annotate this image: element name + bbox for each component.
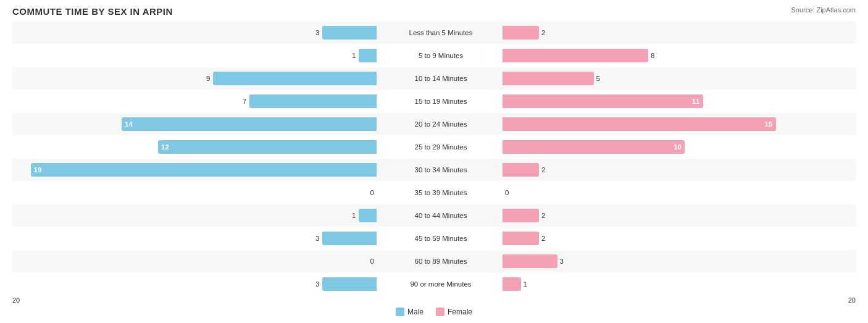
- axis-right-label: 20: [848, 296, 856, 304]
- table-row: 15 to 9 Minutes8: [12, 44, 856, 67]
- table-row: 715 to 19 Minutes11: [12, 90, 856, 112]
- female-bar-value: 11: [692, 98, 700, 105]
- row-label: 45 to 59 Minutes: [379, 235, 503, 242]
- female-bar: [503, 254, 557, 268]
- female-bar: 10: [503, 140, 685, 154]
- row-label: 40 to 44 Minutes: [379, 212, 503, 219]
- axis-left-label: 20: [12, 296, 20, 304]
- female-bar: [503, 277, 521, 291]
- male-bar: [213, 72, 377, 85]
- legend-female-label: Female: [448, 308, 472, 316]
- male-bar-value: 1: [352, 52, 356, 59]
- row-label: Less than 5 Minutes: [379, 29, 503, 36]
- female-bar: [503, 49, 648, 62]
- female-bar: 15: [503, 117, 776, 131]
- female-bar-value: 2: [541, 29, 545, 36]
- female-bar: [503, 72, 594, 85]
- male-bar: [322, 277, 377, 291]
- table-row: 910 to 14 Minutes5: [12, 67, 856, 90]
- female-bar: [503, 209, 539, 222]
- chart-area: 3Less than 5 Minutes215 to 9 Minutes8910…: [12, 22, 856, 295]
- chart-title: COMMUTE TIME BY SEX IN ARPIN: [12, 6, 856, 17]
- female-bar: [503, 163, 539, 177]
- male-bar: [322, 26, 377, 40]
- male-bar-value: 12: [161, 143, 169, 151]
- male-bar-value: 3: [315, 235, 319, 242]
- male-bar-value: 7: [243, 98, 246, 105]
- table-row: 345 to 59 Minutes2: [12, 227, 856, 250]
- female-bar-value: 2: [541, 166, 545, 174]
- male-bar: [249, 94, 377, 108]
- female-bar-value: 0: [505, 189, 509, 196]
- row-label: 25 to 29 Minutes: [379, 143, 503, 151]
- source-label: Source: ZipAtlas.com: [791, 6, 856, 14]
- female-bar: [503, 26, 539, 40]
- axis-labels: 20 20: [12, 296, 856, 304]
- male-bar: [359, 49, 377, 62]
- row-label: 30 to 34 Minutes: [379, 166, 503, 174]
- male-bar-value: 0: [370, 189, 374, 196]
- female-bar-value: 10: [674, 143, 682, 151]
- legend: Male Female: [12, 308, 856, 316]
- male-bar-value: 19: [34, 166, 42, 174]
- legend-male: Male: [396, 308, 424, 316]
- male-bar: [322, 232, 377, 245]
- female-bar-value: 1: [524, 280, 527, 288]
- table-row: 3Less than 5 Minutes2: [12, 22, 856, 44]
- male-bar: [359, 209, 377, 222]
- male-bar: 12: [158, 140, 377, 154]
- female-bar-value: 3: [560, 258, 564, 265]
- row-label: 5 to 9 Minutes: [379, 52, 503, 59]
- table-row: 140 to 44 Minutes2: [12, 204, 856, 227]
- female-bar: 11: [503, 94, 703, 108]
- chart-container: COMMUTE TIME BY SEX IN ARPIN Source: Zip…: [0, 0, 868, 323]
- male-bar-value: 14: [125, 120, 133, 128]
- legend-female-box: [436, 308, 444, 316]
- female-bar-value: 8: [651, 52, 654, 59]
- male-bar-value: 3: [315, 280, 319, 288]
- male-bar-value: 9: [206, 75, 210, 82]
- female-bar-value: 5: [596, 75, 600, 82]
- table-row: 060 to 89 Minutes3: [12, 250, 856, 272]
- male-bar-value: 0: [370, 258, 374, 265]
- female-bar-value: 15: [765, 120, 773, 128]
- legend-male-box: [396, 308, 404, 316]
- row-label: 35 to 39 Minutes: [379, 189, 503, 196]
- male-bar: 19: [31, 163, 377, 177]
- row-label: 60 to 89 Minutes: [379, 258, 503, 265]
- female-bar: [503, 232, 539, 245]
- table-row: 1930 to 34 Minutes2: [12, 159, 856, 181]
- female-bar-value: 2: [541, 212, 545, 219]
- row-label: 20 to 24 Minutes: [379, 120, 503, 128]
- row-label: 10 to 14 Minutes: [379, 75, 503, 82]
- male-bar: 14: [122, 117, 377, 131]
- table-row: 390 or more Minutes1: [12, 273, 856, 295]
- female-bar-value: 2: [541, 235, 545, 242]
- row-label: 15 to 19 Minutes: [379, 98, 503, 105]
- table-row: 1420 to 24 Minutes15: [12, 113, 856, 135]
- table-row: 035 to 39 Minutes0: [12, 182, 856, 204]
- male-bar-value: 3: [315, 29, 319, 36]
- legend-female: Female: [436, 308, 472, 316]
- row-label: 90 or more Minutes: [379, 280, 503, 288]
- male-bar-value: 1: [352, 212, 356, 219]
- legend-male-label: Male: [407, 308, 424, 316]
- table-row: 1225 to 29 Minutes10: [12, 136, 856, 158]
